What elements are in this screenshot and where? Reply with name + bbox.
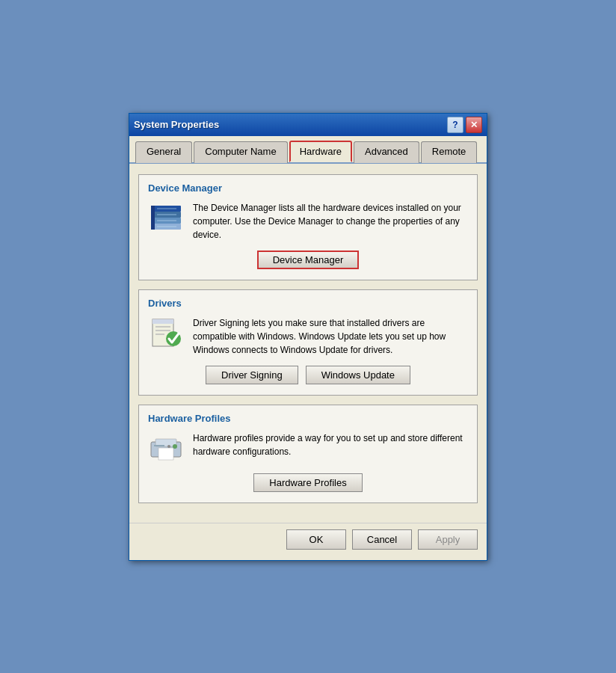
hardware-profiles-button[interactable]: Hardware Profiles [253, 473, 362, 492]
drivers-icon [148, 316, 184, 349]
device-manager-inner: The Device Manager lists all the hardwar… [148, 201, 468, 242]
hardware-profiles-buttons: Hardware Profiles [148, 473, 468, 492]
device-manager-button[interactable]: Device Manager [257, 251, 360, 269]
window-title: System Properties [134, 119, 219, 130]
ok-button[interactable]: OK [286, 529, 346, 550]
drivers-description: Driver Signing lets you make sure that i… [193, 316, 468, 357]
drivers-inner: Driver Signing lets you make sure that i… [148, 316, 468, 357]
cancel-button[interactable]: Cancel [352, 529, 412, 550]
footer-buttons: OK Cancel Apply [129, 523, 487, 560]
svg-rect-4 [151, 206, 155, 230]
hardware-profiles-section: Hardware Profiles [138, 405, 478, 503]
title-bar-buttons: ? ✕ [447, 117, 482, 133]
hardware-profiles-inner: Hardware profiles provide a way for you … [148, 431, 468, 464]
device-manager-section: Device Manager [138, 174, 478, 280]
tab-remote[interactable]: Remote [421, 141, 478, 163]
tab-bar: General Computer Name Hardware Advanced … [129, 136, 487, 164]
windows-update-button[interactable]: Windows Update [306, 366, 410, 384]
hardware-profiles-description: Hardware profiles provide a way for you … [193, 431, 468, 458]
device-manager-buttons: Device Manager [148, 251, 468, 269]
driver-signing-button[interactable]: Driver Signing [206, 366, 298, 384]
svg-rect-20 [154, 445, 164, 446]
drivers-section: Drivers [138, 289, 478, 396]
tab-content-hardware: Device Manager [129, 164, 487, 520]
tab-hardware[interactable]: Hardware [289, 141, 352, 162]
device-manager-icon [148, 201, 184, 234]
tab-computer-name[interactable]: Computer Name [194, 141, 287, 163]
hardware-profiles-title: Hardware Profiles [148, 413, 468, 424]
device-manager-description: The Device Manager lists all the hardwar… [193, 201, 468, 242]
tab-general[interactable]: General [135, 141, 192, 163]
apply-button[interactable]: Apply [418, 529, 478, 550]
drivers-title: Drivers [148, 298, 468, 309]
svg-rect-10 [153, 319, 173, 324]
svg-point-19 [167, 445, 170, 448]
drivers-buttons: Driver Signing Windows Update [148, 366, 468, 384]
close-button[interactable]: ✕ [466, 117, 482, 133]
svg-rect-17 [158, 448, 173, 460]
device-manager-title: Device Manager [148, 182, 468, 194]
title-bar: System Properties ? ✕ [129, 114, 487, 136]
hardware-profiles-icon [148, 431, 184, 464]
help-button[interactable]: ? [447, 117, 463, 133]
tab-advanced[interactable]: Advanced [354, 141, 419, 163]
system-properties-window: System Properties ? ✕ General Computer N… [129, 113, 487, 561]
svg-point-18 [173, 444, 177, 449]
